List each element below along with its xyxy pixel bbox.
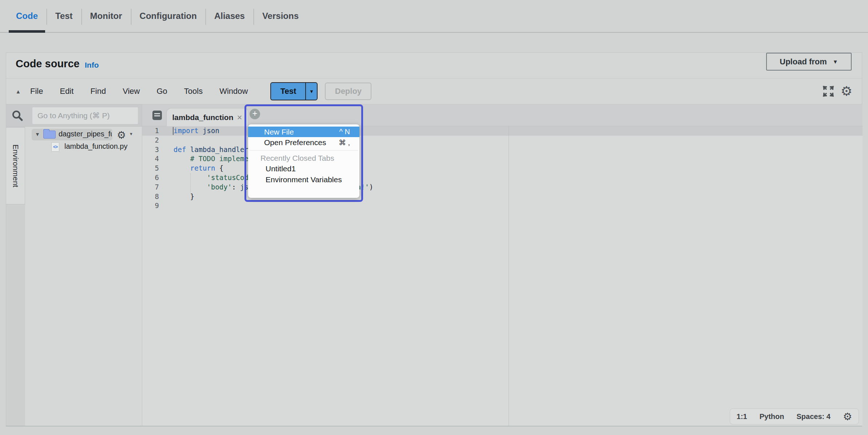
- test-dropdown-button[interactable]: ▼: [305, 82, 318, 100]
- code-source-card: Code source Info Upload from ▼ ▲ File Ed…: [6, 52, 862, 426]
- menu-item-new-file[interactable]: New File ^ N: [248, 127, 359, 137]
- gutter-line-number[interactable]: 1: [142, 126, 159, 136]
- caret-down-icon: ▼: [309, 89, 314, 94]
- tab-test[interactable]: Test: [47, 0, 81, 32]
- function-nav-tabs: Code Test Monitor Configuration Aliases …: [0, 0, 868, 33]
- menu-find[interactable]: Find: [90, 87, 106, 96]
- upload-from-button[interactable]: Upload from ▼: [766, 53, 852, 71]
- collapse-panel-icon[interactable]: ▲: [6, 88, 30, 95]
- code-token: [186, 145, 190, 153]
- page-title: Code source: [16, 58, 80, 70]
- add-tab-button[interactable]: +: [250, 109, 260, 119]
- new-tab-context-menu: + New File ^ N Open Preferences ⌘ , Rece…: [244, 104, 363, 202]
- ide-workspace: Environment ▼ dagster_pipes_funct ⚙ ▼ <>…: [6, 104, 862, 426]
- menu-tools[interactable]: Tools: [184, 87, 203, 96]
- gear-icon[interactable]: ⚙: [841, 85, 852, 97]
- gutter-line-number[interactable]: 6: [142, 173, 159, 183]
- menu-section-header: Recently Closed Tabs: [248, 153, 359, 163]
- sidebar-rail: Environment: [6, 127, 25, 426]
- menu-view[interactable]: View: [123, 87, 140, 96]
- editor-tab-lambda-function[interactable]: lambda_function ×: [166, 108, 248, 126]
- code-token: lambda_handler: [190, 145, 248, 153]
- menu-item-shortcut: ⌘ ,: [339, 138, 350, 147]
- environment-panel-tab[interactable]: Environment: [6, 127, 25, 204]
- search-icon[interactable]: [11, 109, 24, 122]
- menu-go[interactable]: Go: [156, 87, 167, 96]
- deploy-button[interactable]: Deploy: [325, 83, 371, 100]
- code-token: [199, 127, 203, 135]
- code-token: [174, 183, 207, 191]
- tree-row-file[interactable]: <> lambda_function.py: [25, 141, 142, 153]
- cursor-position[interactable]: 1:1: [737, 412, 747, 421]
- status-gear-icon[interactable]: ⚙: [843, 411, 852, 423]
- file-label: lambda_function.py: [64, 142, 127, 151]
- code-line: [174, 201, 863, 211]
- folder-icon: [43, 131, 56, 139]
- menu-file[interactable]: File: [30, 87, 43, 96]
- tab-monitor[interactable]: Monitor: [81, 0, 131, 32]
- menu-item-environment-variables[interactable]: Environment Variables: [248, 174, 359, 185]
- code-token: import: [174, 127, 199, 135]
- folder-label: dagster_pipes_funct: [59, 130, 112, 138]
- test-split-button: Test ▼: [270, 82, 318, 100]
- context-menu-panel: New File ^ N Open Preferences ⌘ , Recent…: [248, 124, 359, 198]
- menubar: File Edit Find View Go Tools Window: [30, 87, 248, 96]
- code-token: [174, 164, 190, 172]
- menu-divider: [250, 150, 358, 151]
- close-tab-icon[interactable]: ×: [237, 114, 242, 121]
- gutter-line-number[interactable]: 7: [142, 183, 159, 192]
- upload-from-label: Upload from: [780, 57, 827, 67]
- code-token: json: [203, 127, 219, 135]
- caret-down-icon: ▼: [833, 59, 838, 65]
- code-token: {: [215, 164, 223, 172]
- caret-down-icon[interactable]: ▼: [129, 132, 133, 136]
- search-row: [6, 104, 142, 127]
- code-token: def: [174, 145, 186, 153]
- tab-configuration[interactable]: Configuration: [131, 0, 206, 32]
- test-button[interactable]: Test: [270, 82, 305, 100]
- menu-edit[interactable]: Edit: [60, 87, 73, 96]
- spaces-setting[interactable]: Spaces: 4: [797, 412, 831, 421]
- lambda-code-editor-page: Code Test Monitor Configuration Aliases …: [0, 0, 868, 435]
- language-mode[interactable]: Python: [760, 412, 784, 421]
- tree-settings-gear-icon[interactable]: ⚙: [117, 129, 126, 141]
- code-token: }: [174, 192, 194, 200]
- tab-versions[interactable]: Versions: [254, 0, 307, 32]
- gutter-line-number[interactable]: 3: [142, 145, 159, 155]
- gutter-line-number[interactable]: 9: [142, 201, 159, 211]
- menu-item-shortcut: ^ N: [339, 128, 350, 136]
- gutter-line-number[interactable]: 2: [142, 136, 159, 145]
- code-token: ): [369, 183, 373, 191]
- editor-tab-label: lambda_function: [172, 113, 233, 122]
- gutter-line-number[interactable]: 8: [142, 192, 159, 201]
- goto-anything-input[interactable]: [32, 107, 138, 124]
- menu-item-label: New File: [264, 128, 294, 136]
- python-file-icon: <>: [51, 142, 59, 152]
- editor-status-bar: 1:1 Python Spaces: 4 ⚙: [730, 408, 859, 424]
- gutter-line-number[interactable]: 5: [142, 164, 159, 173]
- menu-item-untitled1[interactable]: Untitled1: [248, 163, 359, 174]
- tab-aliases[interactable]: Aliases: [206, 0, 254, 32]
- line-number-gutter[interactable]: 123456789: [142, 126, 165, 211]
- code-token: :: [232, 183, 240, 191]
- file-tree: ▼ dagster_pipes_funct ⚙ ▼ <> lambda_func…: [25, 127, 142, 426]
- code-token: [174, 173, 207, 181]
- toolbar-right-icons: ⚙: [823, 85, 862, 97]
- tree-row-folder[interactable]: ▼ dagster_pipes_funct ⚙ ▼: [25, 128, 142, 141]
- ide-toolbar: ▲ File Edit Find View Go Tools Window Te…: [6, 78, 862, 104]
- menu-item-label: Open Preferences: [264, 138, 326, 147]
- tab-code[interactable]: Code: [7, 0, 47, 32]
- gutter-line-number[interactable]: 4: [142, 154, 159, 164]
- card-header: Code source Info Upload from ▼: [6, 53, 862, 78]
- fullscreen-icon[interactable]: [823, 85, 834, 97]
- tab-list-icon[interactable]: [152, 111, 162, 120]
- menu-window[interactable]: Window: [219, 87, 248, 96]
- tree-expand-caret-icon[interactable]: ▼: [35, 131, 40, 137]
- code-token: return: [190, 164, 215, 172]
- info-link[interactable]: Info: [85, 61, 99, 69]
- menu-item-open-preferences[interactable]: Open Preferences ⌘ ,: [248, 137, 359, 148]
- code-token: 'body': [207, 183, 232, 191]
